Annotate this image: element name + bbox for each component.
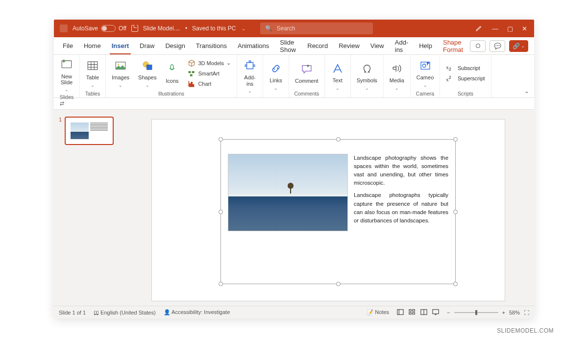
zoom-out-button[interactable]: −	[447, 310, 450, 315]
menu-view[interactable]: View	[366, 37, 389, 54]
shapes-icon	[141, 59, 154, 73]
notes-button[interactable]: 📝 Notes	[367, 309, 389, 315]
menu-design[interactable]: Design	[160, 37, 190, 54]
collapse-ribbon-button[interactable]: ⌄	[519, 55, 534, 97]
ribbon-group-text: Text⌄	[325, 55, 351, 97]
3d-models-button[interactable]: 3D Models ⌄	[186, 58, 233, 68]
slide-paragraph-2: Landscape photographs typically capture …	[354, 191, 448, 224]
table-button[interactable]: Table⌄	[84, 58, 101, 88]
icons-button[interactable]: Icons	[163, 61, 181, 85]
comment-button[interactable]: Comment	[293, 61, 320, 85]
images-button[interactable]: Images⌄	[110, 58, 131, 88]
slide-landscape-image[interactable]	[228, 154, 348, 231]
normal-view-button[interactable]	[397, 309, 404, 316]
svg-text:P: P	[427, 62, 429, 66]
media-button[interactable]: Media⌄	[388, 61, 406, 91]
svg-rect-12	[189, 71, 191, 73]
autosave-toggle[interactable]: AutoSave Off	[73, 25, 126, 32]
menu-slideshow[interactable]: Slide Show	[275, 37, 301, 54]
resize-handle[interactable]	[453, 282, 458, 286]
icons-icon	[165, 62, 179, 76]
text-button[interactable]: Text⌄	[329, 61, 346, 91]
record-dot-icon	[476, 44, 480, 48]
maximize-button[interactable]: ▢	[507, 25, 513, 32]
pen-icon[interactable]	[475, 24, 483, 33]
autosave-state: Off	[119, 25, 126, 32]
zoom-in-button[interactable]: +	[502, 310, 505, 315]
menu-shape-format[interactable]: Shape Format	[438, 37, 469, 54]
svg-rect-25	[409, 309, 411, 311]
chart-button[interactable]: Chart	[186, 79, 233, 89]
slideshow-view-button[interactable]	[432, 309, 439, 316]
qat-customize-icon[interactable]: ⇄	[60, 100, 64, 107]
menu-home[interactable]: Home	[79, 37, 106, 54]
slide-text-box[interactable]: Landscape photography shows the spaces w…	[354, 154, 448, 229]
chevron-down-icon[interactable]: ⌄	[242, 26, 245, 31]
ribbon-group-links: Links⌄	[263, 55, 289, 97]
menu-animations[interactable]: Animations	[233, 37, 274, 54]
save-icon[interactable]	[131, 25, 138, 32]
images-icon	[114, 59, 127, 73]
resize-handle[interactable]	[219, 282, 223, 286]
comments-pane-button[interactable]: 💬	[490, 40, 505, 52]
app-icon	[60, 24, 68, 32]
ribbon-group-camera: P Cameo⌄ Camera	[411, 55, 440, 97]
slide-canvas-area[interactable]: Landscape photography shows the spaces w…	[122, 110, 534, 306]
cameo-icon: P	[418, 59, 432, 73]
status-bar: Slide 1 of 1 🕮 English (United States) 👤…	[54, 306, 534, 318]
minimize-button[interactable]: —	[492, 25, 498, 32]
superscript-button[interactable]: x2 Superscript	[444, 73, 487, 83]
smartart-button[interactable]: SmartArt	[186, 69, 233, 78]
reading-view-button[interactable]	[420, 309, 427, 316]
slide-thumbnail-1[interactable]	[65, 117, 114, 145]
search-input[interactable]: 🔍 Search	[260, 23, 373, 34]
addins-button[interactable]: Add- ins⌄	[241, 58, 259, 94]
svg-rect-11	[147, 65, 152, 70]
text-icon	[331, 62, 344, 75]
quick-access-row: ⇄	[54, 98, 534, 110]
resize-handle[interactable]	[336, 282, 341, 286]
menu-transitions[interactable]: Transitions	[191, 37, 232, 54]
record-button[interactable]	[470, 40, 486, 52]
resize-handle[interactable]	[453, 137, 458, 142]
svg-rect-30	[433, 309, 439, 314]
menu-help[interactable]: Help	[414, 37, 437, 54]
resize-handle[interactable]	[336, 137, 341, 142]
svg-rect-13	[192, 71, 195, 73]
slide-counter[interactable]: Slide 1 of 1	[59, 310, 86, 315]
menu-record[interactable]: Record	[302, 37, 333, 54]
subscript-button[interactable]: x2 Subscript	[444, 63, 487, 73]
slide[interactable]: Landscape photography shows the spaces w…	[152, 120, 505, 301]
share-button[interactable]: 🔗 ⌄	[509, 40, 528, 52]
menu-insert[interactable]: Insert	[107, 37, 134, 54]
sorter-view-button[interactable]	[409, 309, 416, 316]
save-status: Saved to this PC	[192, 25, 236, 32]
accessibility-status[interactable]: 👤 Accessibility: Investigate	[164, 309, 230, 315]
menu-addins[interactable]: Add-ins	[390, 37, 413, 54]
ribbon: New Slide⌄ Slides Table⌄ Tables Images⌄	[54, 55, 534, 98]
new-slide-button[interactable]: New Slide⌄	[58, 57, 75, 93]
resize-handle[interactable]	[219, 137, 223, 142]
menu-review[interactable]: Review	[334, 37, 365, 54]
zoom-level[interactable]: 58%	[509, 310, 520, 315]
menu-file[interactable]: File	[58, 37, 78, 54]
resize-handle[interactable]	[453, 210, 458, 214]
ribbon-group-comments: Comment Comments	[289, 55, 325, 97]
watermark: SLIDEMODEL.COM	[34, 327, 554, 334]
slide-thumbnails-panel: 1	[54, 110, 122, 306]
language-status[interactable]: 🕮 English (United States)	[94, 310, 156, 315]
ribbon-group-slides: New Slide⌄ Slides	[54, 55, 80, 97]
fit-to-window-button[interactable]: ⛶	[524, 310, 529, 315]
menu-draw[interactable]: Draw	[135, 37, 159, 54]
resize-handle[interactable]	[219, 210, 223, 214]
links-button[interactable]: Links⌄	[267, 61, 285, 91]
symbols-button[interactable]: Symbols⌄	[355, 61, 379, 91]
shapes-button[interactable]: Shapes⌄	[136, 58, 158, 88]
close-button[interactable]: ✕	[522, 25, 527, 32]
toggle-icon	[101, 25, 116, 32]
cameo-button[interactable]: P Cameo⌄	[415, 58, 436, 88]
zoom-slider[interactable]	[454, 312, 498, 313]
slide-paragraph-1: Landscape photography shows the spaces w…	[354, 154, 448, 187]
svg-rect-16	[192, 82, 193, 86]
document-name[interactable]: Slide Model....	[143, 25, 180, 32]
